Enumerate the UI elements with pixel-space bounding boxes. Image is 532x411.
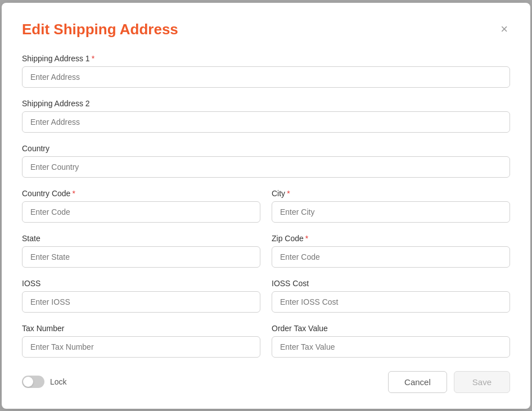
ioss-input[interactable] xyxy=(22,291,260,313)
country-input[interactable] xyxy=(22,156,510,178)
state-label: State xyxy=(22,234,260,243)
close-button[interactable]: × xyxy=(498,21,510,38)
state-zip-row: State Zip Code* xyxy=(22,234,510,268)
modal-overlay: Edit Shipping Address × Shipping Address… xyxy=(0,0,532,411)
city-input[interactable] xyxy=(272,201,510,223)
zip-code-label: Zip Code* xyxy=(272,234,510,243)
required-star-cc: * xyxy=(72,189,75,198)
country-code-input[interactable] xyxy=(22,201,260,223)
country-label: Country xyxy=(22,144,510,153)
ioss-label: IOSS xyxy=(22,279,260,288)
shipping-address-2-label: Shipping Address 2 xyxy=(22,99,510,108)
shipping-address-2-input[interactable] xyxy=(22,111,510,133)
edit-shipping-modal: Edit Shipping Address × Shipping Address… xyxy=(2,3,530,409)
lock-label: Lock xyxy=(50,377,67,386)
lock-toggle-thumb xyxy=(23,377,33,387)
required-star-1: * xyxy=(92,54,94,63)
save-button[interactable]: Save xyxy=(454,371,510,393)
country-code-label: Country Code* xyxy=(22,189,260,198)
cancel-button[interactable]: Cancel xyxy=(388,371,447,393)
tax-number-label: Tax Number xyxy=(22,324,260,333)
city-label: City* xyxy=(272,189,510,198)
ioss-col: IOSS xyxy=(22,279,260,313)
country-code-col: Country Code* xyxy=(22,189,260,223)
shipping-address-1-input[interactable] xyxy=(22,66,510,88)
order-tax-value-input[interactable] xyxy=(272,336,510,358)
footer-buttons: Cancel Save xyxy=(388,371,510,393)
ioss-cost-input[interactable] xyxy=(272,291,510,313)
modal-footer: Lock Cancel Save xyxy=(22,371,510,393)
order-tax-value-col: Order Tax Value xyxy=(272,324,510,358)
ioss-cost-label: IOSS Cost xyxy=(272,279,510,288)
shipping-address-2-section: Shipping Address 2 xyxy=(22,99,510,133)
shipping-address-1-label: Shipping Address 1* xyxy=(22,54,510,63)
ioss-cost-col: IOSS Cost xyxy=(272,279,510,313)
zip-code-input[interactable] xyxy=(272,246,510,268)
lock-toggle-track[interactable] xyxy=(22,376,44,388)
modal-title: Edit Shipping Address xyxy=(22,21,178,38)
shipping-address-1-section: Shipping Address 1* xyxy=(22,54,510,88)
order-tax-value-label: Order Tax Value xyxy=(272,324,510,333)
lock-toggle-container[interactable]: Lock xyxy=(22,376,67,388)
modal-header: Edit Shipping Address × xyxy=(22,21,510,38)
ioss-row: IOSS IOSS Cost xyxy=(22,279,510,313)
state-input[interactable] xyxy=(22,246,260,268)
city-col: City* xyxy=(272,189,510,223)
zip-code-col: Zip Code* xyxy=(272,234,510,268)
tax-number-input[interactable] xyxy=(22,336,260,358)
required-star-zip: * xyxy=(305,234,308,243)
tax-number-col: Tax Number xyxy=(22,324,260,358)
required-star-city: * xyxy=(287,189,290,198)
country-code-city-row: Country Code* City* xyxy=(22,189,510,223)
country-section: Country xyxy=(22,144,510,178)
tax-row: Tax Number Order Tax Value xyxy=(22,324,510,358)
state-col: State xyxy=(22,234,260,268)
